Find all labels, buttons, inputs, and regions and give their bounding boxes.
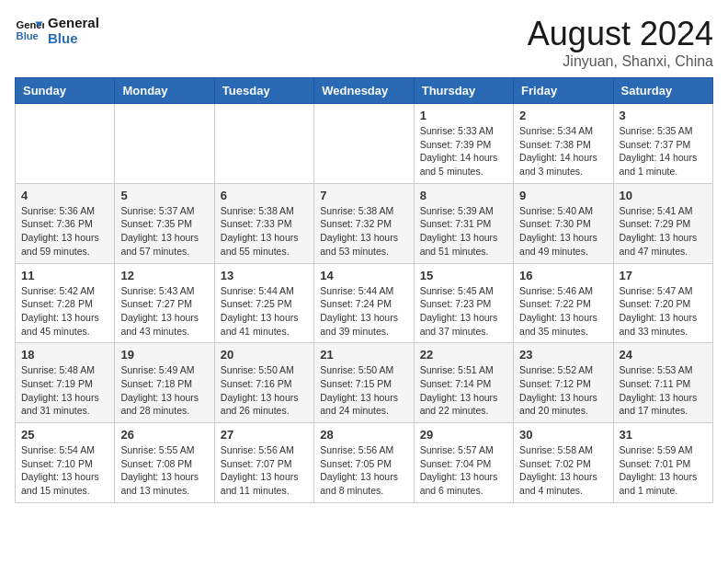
calendar-week-5: 25Sunrise: 5:54 AM Sunset: 7:10 PM Dayli… <box>16 423 713 503</box>
day-info: Sunrise: 5:41 AM Sunset: 7:29 PM Dayligh… <box>620 204 707 259</box>
calendar-cell: 9Sunrise: 5:40 AM Sunset: 7:30 PM Daylig… <box>514 183 613 263</box>
day-number: 9 <box>519 189 607 202</box>
day-info: Sunrise: 5:50 AM Sunset: 7:16 PM Dayligh… <box>221 363 308 418</box>
calendar-week-4: 18Sunrise: 5:48 AM Sunset: 7:19 PM Dayli… <box>16 343 713 423</box>
day-info: Sunrise: 5:50 AM Sunset: 7:15 PM Dayligh… <box>320 363 407 418</box>
calendar-cell: 1Sunrise: 5:33 AM Sunset: 7:39 PM Daylig… <box>414 104 513 184</box>
calendar: SundayMondayTuesdayWednesdayThursdayFrid… <box>15 77 713 503</box>
calendar-week-2: 4Sunrise: 5:36 AM Sunset: 7:36 PM Daylig… <box>16 183 713 263</box>
day-number: 5 <box>120 189 208 202</box>
day-number: 17 <box>620 269 707 282</box>
calendar-cell: 11Sunrise: 5:42 AM Sunset: 7:28 PM Dayli… <box>16 263 115 343</box>
day-info: Sunrise: 5:38 AM Sunset: 7:32 PM Dayligh… <box>320 204 407 259</box>
calendar-cell: 4Sunrise: 5:36 AM Sunset: 7:36 PM Daylig… <box>16 183 115 263</box>
calendar-cell: 23Sunrise: 5:52 AM Sunset: 7:12 PM Dayli… <box>514 343 613 423</box>
day-number: 21 <box>320 348 407 362</box>
day-header-thursday: Thursday <box>414 78 513 104</box>
calendar-cell: 22Sunrise: 5:51 AM Sunset: 7:14 PM Dayli… <box>414 343 513 423</box>
calendar-cell: 13Sunrise: 5:44 AM Sunset: 7:25 PM Dayli… <box>214 263 313 343</box>
day-number: 30 <box>519 428 607 442</box>
day-number: 27 <box>221 428 308 442</box>
month-title: August 2024 <box>528 15 713 53</box>
day-number: 25 <box>21 428 108 442</box>
day-number: 16 <box>519 269 607 282</box>
day-info: Sunrise: 5:49 AM Sunset: 7:18 PM Dayligh… <box>120 363 208 418</box>
calendar-cell: 25Sunrise: 5:54 AM Sunset: 7:10 PM Dayli… <box>16 423 115 503</box>
day-info: Sunrise: 5:56 AM Sunset: 7:07 PM Dayligh… <box>221 443 308 498</box>
calendar-cell <box>115 104 214 184</box>
svg-text:Blue: Blue <box>17 30 39 41</box>
calendar-cell: 3Sunrise: 5:35 AM Sunset: 7:37 PM Daylig… <box>613 104 712 184</box>
calendar-cell <box>214 104 313 184</box>
calendar-cell: 10Sunrise: 5:41 AM Sunset: 7:29 PM Dayli… <box>613 183 712 263</box>
day-info: Sunrise: 5:56 AM Sunset: 7:05 PM Dayligh… <box>320 443 407 498</box>
day-number: 19 <box>120 348 208 362</box>
day-info: Sunrise: 5:59 AM Sunset: 7:01 PM Dayligh… <box>620 443 707 498</box>
day-number: 2 <box>519 109 607 122</box>
day-number: 14 <box>320 269 407 282</box>
day-number: 10 <box>620 189 707 202</box>
calendar-header-row: SundayMondayTuesdayWednesdayThursdayFrid… <box>16 78 713 104</box>
day-number: 1 <box>420 109 507 122</box>
header: General Blue General Blue August 2024 Ji… <box>15 15 713 70</box>
calendar-cell: 12Sunrise: 5:43 AM Sunset: 7:27 PM Dayli… <box>115 263 214 343</box>
logo-icon: General Blue <box>15 16 44 45</box>
day-info: Sunrise: 5:46 AM Sunset: 7:22 PM Dayligh… <box>519 284 607 339</box>
day-info: Sunrise: 5:45 AM Sunset: 7:23 PM Dayligh… <box>420 284 507 339</box>
calendar-cell: 15Sunrise: 5:45 AM Sunset: 7:23 PM Dayli… <box>414 263 513 343</box>
day-header-sunday: Sunday <box>16 78 115 104</box>
day-info: Sunrise: 5:57 AM Sunset: 7:04 PM Dayligh… <box>420 443 507 498</box>
day-info: Sunrise: 5:43 AM Sunset: 7:27 PM Dayligh… <box>120 284 208 339</box>
day-number: 23 <box>519 348 607 362</box>
day-header-tuesday: Tuesday <box>214 78 313 104</box>
day-number: 7 <box>320 189 407 202</box>
calendar-cell: 5Sunrise: 5:37 AM Sunset: 7:35 PM Daylig… <box>115 183 214 263</box>
day-number: 24 <box>620 348 707 362</box>
day-info: Sunrise: 5:54 AM Sunset: 7:10 PM Dayligh… <box>21 443 108 498</box>
calendar-cell: 17Sunrise: 5:47 AM Sunset: 7:20 PM Dayli… <box>613 263 712 343</box>
calendar-week-1: 1Sunrise: 5:33 AM Sunset: 7:39 PM Daylig… <box>16 104 713 184</box>
calendar-cell: 30Sunrise: 5:58 AM Sunset: 7:02 PM Dayli… <box>514 423 613 503</box>
day-number: 22 <box>420 348 507 362</box>
day-info: Sunrise: 5:48 AM Sunset: 7:19 PM Dayligh… <box>21 363 108 418</box>
day-info: Sunrise: 5:51 AM Sunset: 7:14 PM Dayligh… <box>420 363 507 418</box>
calendar-cell <box>16 104 115 184</box>
day-number: 12 <box>120 269 208 282</box>
logo: General Blue General Blue <box>15 15 99 46</box>
day-number: 8 <box>420 189 507 202</box>
day-number: 28 <box>320 428 407 442</box>
calendar-cell: 24Sunrise: 5:53 AM Sunset: 7:11 PM Dayli… <box>613 343 712 423</box>
location-title: Jinyuan, Shanxi, China <box>528 53 713 70</box>
day-number: 4 <box>21 189 108 202</box>
calendar-cell: 20Sunrise: 5:50 AM Sunset: 7:16 PM Dayli… <box>214 343 313 423</box>
day-info: Sunrise: 5:33 AM Sunset: 7:39 PM Dayligh… <box>420 124 507 178</box>
day-number: 20 <box>221 348 308 362</box>
logo-line1: General <box>48 15 99 30</box>
calendar-cell: 6Sunrise: 5:38 AM Sunset: 7:33 PM Daylig… <box>214 183 313 263</box>
calendar-cell: 18Sunrise: 5:48 AM Sunset: 7:19 PM Dayli… <box>16 343 115 423</box>
calendar-cell: 2Sunrise: 5:34 AM Sunset: 7:38 PM Daylig… <box>514 104 613 184</box>
calendar-cell: 7Sunrise: 5:38 AM Sunset: 7:32 PM Daylig… <box>314 183 414 263</box>
day-info: Sunrise: 5:53 AM Sunset: 7:11 PM Dayligh… <box>620 363 707 418</box>
calendar-cell: 14Sunrise: 5:44 AM Sunset: 7:24 PM Dayli… <box>314 263 414 343</box>
calendar-cell: 26Sunrise: 5:55 AM Sunset: 7:08 PM Dayli… <box>115 423 214 503</box>
calendar-cell: 28Sunrise: 5:56 AM Sunset: 7:05 PM Dayli… <box>314 423 414 503</box>
day-number: 26 <box>120 428 208 442</box>
day-info: Sunrise: 5:44 AM Sunset: 7:24 PM Dayligh… <box>320 284 407 339</box>
day-header-monday: Monday <box>115 78 214 104</box>
day-info: Sunrise: 5:40 AM Sunset: 7:30 PM Dayligh… <box>519 204 607 259</box>
calendar-cell <box>314 104 414 184</box>
day-info: Sunrise: 5:44 AM Sunset: 7:25 PM Dayligh… <box>221 284 308 339</box>
day-info: Sunrise: 5:38 AM Sunset: 7:33 PM Dayligh… <box>221 204 308 259</box>
day-number: 18 <box>21 348 108 362</box>
day-info: Sunrise: 5:55 AM Sunset: 7:08 PM Dayligh… <box>120 443 208 498</box>
day-info: Sunrise: 5:34 AM Sunset: 7:38 PM Dayligh… <box>519 124 607 178</box>
calendar-cell: 19Sunrise: 5:49 AM Sunset: 7:18 PM Dayli… <box>115 343 214 423</box>
day-header-saturday: Saturday <box>613 78 712 104</box>
day-info: Sunrise: 5:37 AM Sunset: 7:35 PM Dayligh… <box>120 204 208 259</box>
day-number: 29 <box>420 428 507 442</box>
day-number: 3 <box>620 109 707 122</box>
day-info: Sunrise: 5:52 AM Sunset: 7:12 PM Dayligh… <box>519 363 607 418</box>
day-number: 13 <box>221 269 308 282</box>
day-header-friday: Friday <box>514 78 613 104</box>
